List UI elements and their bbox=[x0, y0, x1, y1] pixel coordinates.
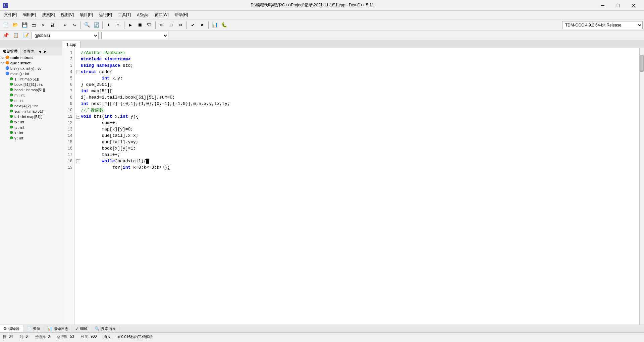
panel-arrow-right[interactable]: ▶ bbox=[43, 49, 48, 54]
redo-button[interactable]: ↪ bbox=[70, 21, 79, 30]
tree-item[interactable]: tx : int bbox=[0, 119, 62, 125]
tab-file[interactable]: 1.cpp bbox=[62, 41, 80, 48]
tree-item[interactable]: tail : int map[51][ bbox=[0, 114, 62, 119]
tree-item[interactable]: n : int bbox=[0, 98, 62, 103]
menu-tools[interactable]: 工具[T] bbox=[115, 11, 133, 18]
check-button[interactable]: ✔ bbox=[189, 21, 197, 30]
menu-help[interactable]: 帮助[H] bbox=[172, 11, 191, 18]
sep3 bbox=[102, 21, 103, 29]
code-editor[interactable]: 12345678910111213141516171819 //Author:P… bbox=[62, 48, 644, 325]
code-line: 1],head=1,tail=1,book[51][51],sum=0; bbox=[75, 94, 644, 101]
minimize-button[interactable]: ─ bbox=[595, 0, 610, 11]
menu-edit[interactable]: 编辑[E] bbox=[20, 11, 39, 18]
open-button[interactable]: 📂 bbox=[11, 21, 19, 30]
code-line: −struct node{ bbox=[75, 69, 644, 75]
tree-item-label: tail : int map[51][ bbox=[14, 115, 42, 119]
code-line: #include <iostream> bbox=[75, 56, 644, 62]
stop-button[interactable]: ⏹ bbox=[136, 21, 144, 30]
close-button2[interactable]: ✕ bbox=[39, 21, 48, 30]
menu-run[interactable]: 运行[R] bbox=[96, 11, 115, 18]
save-button[interactable]: 💾 bbox=[20, 21, 29, 30]
menu-window[interactable]: 窗口[W] bbox=[152, 11, 171, 18]
struct-icon bbox=[5, 61, 9, 65]
panel-tab-class[interactable]: 查看类 bbox=[20, 48, 37, 55]
collapse-button[interactable]: − bbox=[76, 70, 80, 74]
code-line: int next[4][2]={{0,1},{1,0},{0,-1},{-1,0… bbox=[75, 101, 644, 107]
text-cursor bbox=[146, 159, 149, 164]
tree-item[interactable]: main () : int bbox=[0, 71, 62, 76]
bottom-tab-资源[interactable]: 📄资源 bbox=[23, 325, 44, 332]
tree-item[interactable]: book [51][51] : int bbox=[0, 82, 62, 87]
tree-item-label: book [51][51] : int bbox=[14, 82, 43, 87]
tree-item[interactable]: m : int bbox=[0, 93, 62, 98]
chart-button[interactable]: 📊 bbox=[210, 21, 219, 30]
window-title: D:\编程代码\程序\C++\Project\记录\2021-11-18\1.c… bbox=[30, 2, 595, 8]
new-button[interactable]: 📄 bbox=[1, 21, 10, 30]
unindent-button[interactable]: ⬆ bbox=[114, 21, 122, 30]
compiler-select[interactable]: TDM-GCC 4.9.2 64-bit Release bbox=[562, 21, 643, 29]
debug-button[interactable]: 🐛 bbox=[220, 21, 228, 30]
menu-file[interactable]: 文件[F] bbox=[1, 11, 19, 18]
tb2-btn2[interactable]: 📋 bbox=[11, 31, 20, 40]
svg-point-9 bbox=[10, 104, 13, 107]
code-content[interactable]: //Author:PanDaoxi#include <iostream>usin… bbox=[75, 48, 644, 325]
tree-item[interactable]: sum : int map[51][ bbox=[0, 109, 62, 114]
bottom-tab-label: 调试 bbox=[80, 326, 88, 331]
bottom-tab-调试[interactable]: ✓调试 bbox=[72, 325, 91, 332]
tree-item[interactable]: bfs (int x, int y) : vo bbox=[0, 66, 62, 71]
find-button[interactable]: 🔍 bbox=[83, 21, 91, 30]
menu-search[interactable]: 搜索[S] bbox=[39, 11, 58, 18]
bottom-tab-编译日志[interactable]: 📊编译日志 bbox=[44, 325, 72, 332]
tree-item[interactable]: next [4][2] : int bbox=[0, 103, 62, 109]
tree-item-label: node : struct bbox=[10, 56, 33, 60]
compile-button[interactable]: ▶ bbox=[126, 21, 135, 30]
close-button[interactable]: ✕ bbox=[626, 0, 641, 11]
tree-item[interactable]: ty : int bbox=[0, 125, 62, 130]
tree-item[interactable]: 1 : int map[51][ bbox=[0, 76, 62, 82]
tree-item[interactable]: ▽node : struct bbox=[0, 55, 62, 60]
save-all-button[interactable]: 🗃 bbox=[30, 21, 38, 30]
bottom-tab-编译器[interactable]: ⚙编译器 bbox=[0, 325, 23, 332]
panel-tab-project[interactable]: 项目管理 bbox=[0, 48, 20, 55]
tree-item[interactable]: head : int map[51][ bbox=[0, 87, 62, 93]
total-value: 53 bbox=[70, 334, 74, 339]
code-token: next[4][2]={{0,1},{1,0},{0,-1},{-1,0}},m… bbox=[91, 101, 230, 106]
svg-point-3 bbox=[6, 72, 9, 75]
undo-button[interactable]: ↩ bbox=[61, 21, 69, 30]
indent-button[interactable]: ⬇ bbox=[104, 21, 113, 30]
svg-point-2 bbox=[6, 66, 9, 70]
grid-button[interactable]: ⊞ bbox=[157, 21, 166, 30]
tb2-btn1[interactable]: 📌 bbox=[1, 31, 10, 40]
cross-button[interactable]: ✖ bbox=[198, 21, 207, 30]
globals-dropdown[interactable]: (globals) bbox=[32, 32, 99, 39]
tree-item[interactable]: x : int bbox=[0, 130, 62, 135]
tree-item[interactable]: ▽que : struct bbox=[0, 60, 62, 66]
tb2-btn3[interactable]: 📝 bbox=[21, 31, 30, 40]
bottom-tab-搜索结果[interactable]: 🔍搜索结果 bbox=[91, 325, 119, 332]
shield-button[interactable]: 🛡 bbox=[145, 21, 154, 30]
replace-button[interactable]: 🔄 bbox=[92, 21, 101, 30]
var-icon bbox=[9, 114, 13, 119]
tree-item-label: bfs (int x, int y) : vo bbox=[10, 66, 41, 70]
tree-item-label: m : int bbox=[14, 93, 24, 97]
vertical-scrollbar[interactable] bbox=[639, 48, 644, 325]
var-icon bbox=[9, 120, 13, 124]
sel-value: 0 bbox=[48, 334, 50, 339]
expand-arrow-icon[interactable]: ▽ bbox=[1, 61, 4, 65]
line-number: 18 bbox=[62, 158, 74, 164]
menu-project[interactable]: 项目[P] bbox=[77, 11, 96, 18]
tree-item[interactable]: y : int bbox=[0, 135, 62, 141]
line-number: 11 bbox=[62, 113, 74, 120]
print-button[interactable]: 🖨 bbox=[48, 21, 57, 30]
maximize-button[interactable]: □ bbox=[610, 0, 626, 11]
collapse-button[interactable]: − bbox=[76, 115, 80, 119]
scroll-thumb[interactable] bbox=[640, 55, 644, 72]
grid3-button[interactable]: ⊠ bbox=[176, 21, 185, 30]
globals-dropdown2[interactable] bbox=[101, 32, 168, 39]
menu-astyle[interactable]: AStyle bbox=[134, 12, 151, 18]
collapse-button[interactable]: − bbox=[76, 159, 80, 163]
panel-arrow-left[interactable]: ◀ bbox=[37, 49, 43, 54]
menu-view[interactable]: 视图[V] bbox=[58, 11, 76, 18]
expand-arrow-icon[interactable]: ▽ bbox=[1, 56, 4, 59]
grid2-button[interactable]: ⊟ bbox=[167, 21, 175, 30]
